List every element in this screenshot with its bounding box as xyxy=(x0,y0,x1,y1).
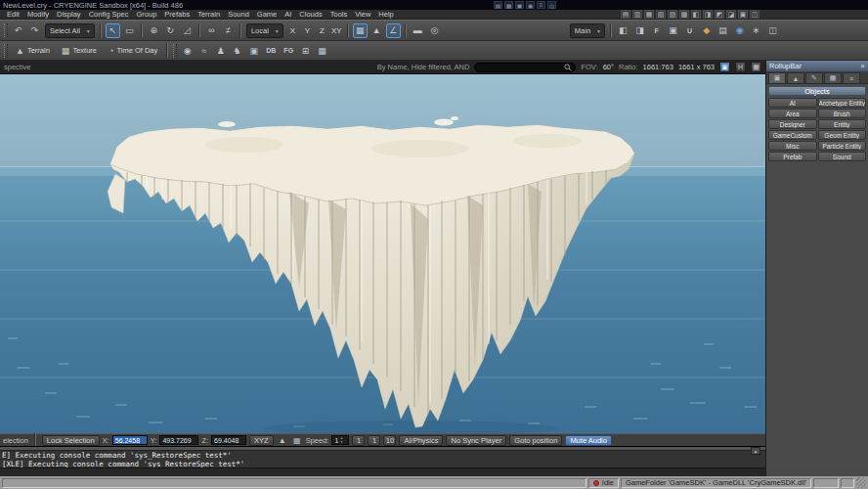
entity-icon[interactable]: ▣ xyxy=(666,23,680,38)
object-type-particle-entity-button[interactable]: Particle Entity xyxy=(818,141,867,151)
axis-y-button[interactable]: Y xyxy=(301,24,314,37)
layer-dropdown[interactable]: Main ▾ xyxy=(570,23,605,38)
redo-icon[interactable]: ↷ xyxy=(27,23,42,38)
console-input[interactable] xyxy=(0,467,765,476)
select-object-icon[interactable]: ↖ xyxy=(106,23,120,38)
objects-tab-icon[interactable]: ▣ xyxy=(768,72,786,83)
cube-icon[interactable]: ▣ xyxy=(515,1,524,9)
terrain-tab-icon[interactable]: ▲ xyxy=(787,72,804,83)
vehicle-icon[interactable]: ▣ xyxy=(246,43,261,58)
speed-preset-1-button[interactable]: 1 xyxy=(352,435,365,446)
object-type-archetype-entity-button[interactable]: Archetype Entity xyxy=(818,98,867,108)
menu-clouds[interactable]: Clouds xyxy=(295,10,326,19)
menu-tools[interactable]: Tools xyxy=(326,10,352,19)
terrain-snap-icon[interactable]: ▲ xyxy=(277,435,288,446)
menu-modify[interactable]: Modify xyxy=(23,10,53,19)
menu-view[interactable]: View xyxy=(351,10,374,19)
axis-x-button[interactable]: X xyxy=(286,24,299,37)
mute-audio-button[interactable]: Mute Audio xyxy=(565,435,612,446)
snap-grid-icon[interactable]: ▦ xyxy=(353,23,368,38)
object-type-prefab-button[interactable]: Prefab xyxy=(768,152,817,161)
search-input[interactable] xyxy=(474,63,576,72)
time-of-day-button[interactable]: ◔ Time Of Day xyxy=(104,43,162,59)
grid-snap-icon[interactable]: ▦ xyxy=(291,435,303,446)
camera-icon[interactable]: ◉ xyxy=(526,1,535,9)
helpers-toggle-button[interactable]: H xyxy=(735,62,746,72)
grid-settings-icon[interactable]: ▦ xyxy=(315,43,329,58)
globe-icon[interactable]: ◎ xyxy=(547,1,556,9)
object-type-geom-entity-button[interactable]: Geom Entity xyxy=(818,130,867,140)
editor-icon[interactable]: ▨ xyxy=(668,10,677,19)
texture-button[interactable]: ▦ Texture xyxy=(57,43,102,59)
rotate-icon[interactable]: ↻ xyxy=(163,23,178,38)
axis-z-button[interactable]: Z xyxy=(316,24,328,37)
menu-game[interactable]: Game xyxy=(253,10,281,19)
no-sync-player-button[interactable]: No Sync Player xyxy=(446,435,506,446)
grid-icon[interactable]: ▦ xyxy=(504,1,513,9)
toolbar-grip[interactable] xyxy=(4,23,8,37)
scale-icon[interactable]: ◿ xyxy=(180,23,195,38)
follow-terrain-icon[interactable]: ▲ xyxy=(369,23,384,38)
object-type-sound-button[interactable]: Sound xyxy=(818,152,867,161)
document-icon[interactable]: ▤ xyxy=(494,1,502,9)
ratio-value[interactable]: 1661:763 xyxy=(643,63,673,71)
x-coordinate-field[interactable]: 56.2458 xyxy=(112,435,148,445)
menu-ai[interactable]: AI xyxy=(281,10,295,19)
database-view-icon[interactable]: DB xyxy=(263,43,279,58)
menu-group[interactable]: Group xyxy=(132,10,160,19)
goto-position-button[interactable]: Goto position xyxy=(509,435,562,446)
move-icon[interactable]: ⊕ xyxy=(147,23,161,38)
ai-point-icon[interactable]: ◉ xyxy=(180,43,195,58)
link-icon[interactable]: ∞ xyxy=(204,23,219,38)
y-coordinate-field[interactable]: 493.7269 xyxy=(159,435,198,445)
speed-stepper[interactable]: ▴ ▾ xyxy=(340,436,342,444)
select-area-icon[interactable]: ▭ xyxy=(122,23,137,38)
lock-selection-button[interactable]: Lock Selection xyxy=(42,435,100,446)
filter-mode-label[interactable]: By Name, Hide filtered, AND xyxy=(377,63,470,71)
terrain-button[interactable]: ▲ Terrain xyxy=(11,43,55,59)
editor-icon[interactable]: ◪ xyxy=(726,10,736,19)
ui-editor-icon[interactable]: U xyxy=(682,23,697,38)
resize-grip[interactable] xyxy=(856,477,866,488)
editor-icon[interactable]: ◧ xyxy=(691,10,701,19)
layer-editor-icon[interactable]: ▤ xyxy=(716,23,730,38)
speed-preset-2-button[interactable]: 1 xyxy=(368,435,380,446)
layers-icon[interactable]: ≡ xyxy=(537,1,545,9)
unlink-icon[interactable]: ≠ xyxy=(221,23,236,38)
editor-icon[interactable]: ▣ xyxy=(738,10,748,19)
menu-sound[interactable]: Sound xyxy=(224,10,253,19)
flowgraph-editor-icon[interactable]: FG xyxy=(281,43,296,58)
menu-display[interactable]: Display xyxy=(53,10,85,19)
editor-icon[interactable]: ▤ xyxy=(621,10,630,19)
menu-edit[interactable]: Edit xyxy=(3,10,23,19)
audio-controls-icon[interactable]: ◫ xyxy=(765,23,780,38)
object-type-brush-button[interactable]: Brush xyxy=(818,109,867,118)
crowd-icon[interactable]: ♞ xyxy=(230,43,244,58)
object-type-entity-button[interactable]: Entity xyxy=(818,119,867,129)
ai-physics-button[interactable]: AI/Physics xyxy=(399,435,443,446)
editor-icon[interactable]: ▥ xyxy=(632,10,642,19)
display-tab-icon[interactable]: ▦ xyxy=(824,72,842,83)
undo-icon[interactable]: ↶ xyxy=(11,23,25,38)
menu-prefabs[interactable]: Prefabs xyxy=(160,10,194,19)
ai-toggle-icon[interactable]: ◨ xyxy=(632,23,647,38)
stepper-down-icon[interactable]: ▾ xyxy=(340,440,342,444)
dialog-editor-icon[interactable]: ⊞ xyxy=(298,43,313,58)
select-all-dropdown[interactable]: Select All ▾ xyxy=(45,23,95,38)
object-type-misc-button[interactable]: Misc xyxy=(768,141,817,151)
speed-preset-10-button[interactable]: 10 xyxy=(383,435,396,446)
resolution-value[interactable]: 1661 x 763 xyxy=(678,63,715,71)
object-type-gamecustom-button[interactable]: GameCustom xyxy=(768,130,817,140)
particle-editor-icon[interactable]: ∗ xyxy=(749,23,763,38)
flowgraph-icon[interactable]: F xyxy=(649,23,664,38)
goto-position-icon[interactable]: ◎ xyxy=(427,23,442,38)
reference-coordsys-dropdown[interactable]: Local ▾ xyxy=(246,23,283,38)
menu-terrain[interactable]: Terrain xyxy=(194,10,224,19)
snap-angle-icon[interactable]: ∠ xyxy=(386,23,401,38)
menu-help[interactable]: Help xyxy=(374,10,397,19)
speed-field[interactable]: 1 ▴ ▾ xyxy=(331,435,349,445)
axis-xy-button[interactable]: XY xyxy=(330,24,343,37)
object-type-designer-button[interactable]: Designer xyxy=(768,119,817,129)
light-icon[interactable]: ◉ xyxy=(732,23,747,38)
close-icon[interactable]: × xyxy=(860,63,865,70)
